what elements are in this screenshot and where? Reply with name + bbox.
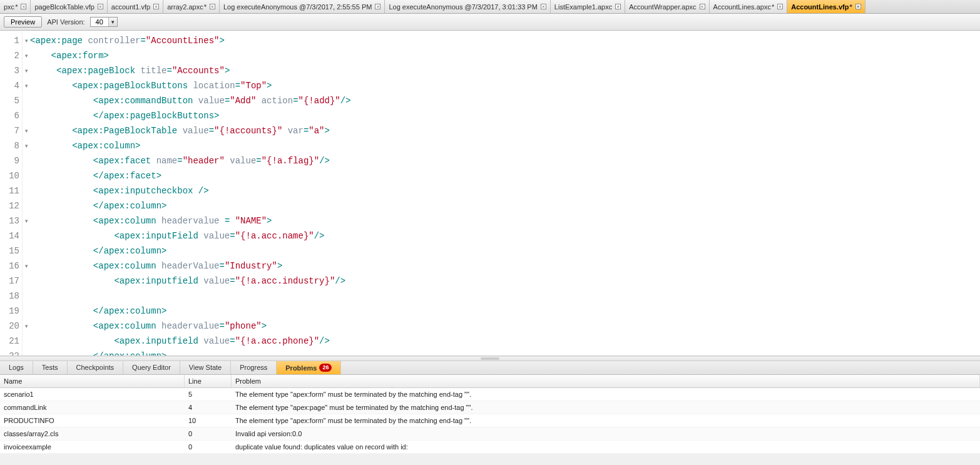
fold-marker[interactable]: ▾	[23, 138, 30, 153]
code-line[interactable]: <apex:column headervalue="phone">	[30, 319, 980, 334]
file-tab-label: pxc	[4, 3, 14, 11]
tab-query-editor[interactable]: Query Editor	[123, 361, 180, 374]
code-line[interactable]: </apex:facet>	[30, 168, 980, 183]
code-line[interactable]: <apex:column headerValue="Industry">	[30, 258, 980, 273]
tab-problems[interactable]: Problems 26	[277, 361, 341, 374]
fold-marker[interactable]: ▾	[23, 213, 30, 228]
fold-marker[interactable]: ▾	[23, 123, 30, 138]
line-number: 18	[0, 289, 22, 304]
fold-marker	[23, 183, 30, 198]
close-icon[interactable]: ×	[615, 4, 621, 9]
file-tab[interactable]: Log executeAnonymous @7/3/2017, 2:55:55 …	[220, 0, 385, 13]
file-tab[interactable]: pxc *×	[0, 0, 31, 13]
tab-tests[interactable]: Tests	[33, 361, 68, 374]
cell-name: invoiceexample	[0, 441, 185, 453]
tab-checkpoints[interactable]: Checkpoints	[68, 361, 124, 374]
code-line[interactable]: <apex:pageBlockButtons location="Top">	[30, 78, 980, 93]
fold-marker[interactable]: ▾	[23, 319, 30, 334]
fold-marker	[23, 198, 30, 213]
problems-row[interactable]: invoiceexample0duplicate value found: du…	[0, 441, 980, 454]
file-tab[interactable]: AccountWrapper.apxc×	[625, 0, 709, 13]
fold-marker	[23, 304, 30, 319]
problems-row[interactable]: classes/array2.cls0Invalid api version:0…	[0, 427, 980, 441]
problems-count-badge: 26	[319, 364, 332, 372]
fold-gutter: ▾▾▾▾▾▾▾▾▾	[23, 31, 30, 355]
api-version-input[interactable]	[91, 18, 108, 26]
close-icon[interactable]: ×	[855, 4, 861, 9]
code-line[interactable]: <apex:PageBlockTable value="{!accounts}"…	[30, 123, 980, 138]
file-tab[interactable]: array2.apxc *×	[163, 0, 220, 13]
problems-grid-body: scenario15The element type "apex:form" m…	[0, 388, 980, 454]
code-line[interactable]: </apex:pageBlockButtons>	[30, 108, 980, 123]
file-tab-label: AccountLines.vfp	[791, 3, 849, 11]
file-tab[interactable]: pageBlcokTable.vfp×	[31, 0, 107, 13]
code-line[interactable]: <apex:pageBlock title="Accounts">	[30, 63, 980, 78]
close-icon[interactable]: ×	[21, 4, 26, 9]
close-icon[interactable]: ×	[777, 4, 783, 9]
file-tab[interactable]: AccountLines.vfp *×	[787, 0, 865, 13]
modified-indicator: *	[850, 3, 852, 11]
line-number: 17	[0, 273, 22, 289]
line-number: 3	[0, 63, 22, 78]
line-number: 9	[0, 153, 22, 168]
code-line[interactable]: <apex:inputfield value="{!a.acc.industry…	[30, 273, 980, 289]
code-area[interactable]: <apex:page controller="AccountLines"> <a…	[30, 31, 980, 355]
close-icon[interactable]: ×	[375, 4, 380, 9]
file-tab-label: Log executeAnonymous @7/3/2017, 3:01:33 …	[389, 3, 537, 11]
code-line[interactable]: <apex:page controller="AccountLines">	[30, 33, 980, 48]
col-header-line[interactable]: Line	[185, 375, 232, 387]
code-line[interactable]: <apex.inputfield value="{!a.acc.phone}"/…	[30, 334, 980, 349]
line-number: 7	[0, 123, 22, 138]
problems-grid-header: Name Line Problem	[0, 375, 980, 388]
bottom-tab-bar: Logs Tests Checkpoints Query Editor View…	[0, 361, 980, 375]
preview-button[interactable]: Preview	[4, 16, 42, 28]
file-tab[interactable]: Log executeAnonymous @7/3/2017, 3:01:33 …	[385, 0, 550, 13]
cell-line: 5	[185, 388, 232, 401]
problems-row[interactable]: scenario15The element type "apex:form" m…	[0, 388, 980, 401]
close-icon[interactable]: ×	[98, 4, 103, 9]
close-icon[interactable]: ×	[700, 4, 705, 9]
close-icon[interactable]: ×	[210, 4, 215, 9]
col-header-name[interactable]: Name	[0, 375, 185, 387]
tab-progress[interactable]: Progress	[231, 361, 277, 374]
close-icon[interactable]: ×	[541, 4, 546, 9]
fold-marker[interactable]: ▾	[23, 48, 30, 63]
file-tab[interactable]: account1.vfp×	[108, 0, 163, 13]
close-icon[interactable]: ×	[153, 4, 159, 9]
tab-view-state[interactable]: View State	[180, 361, 231, 374]
code-line[interactable]: </apex:column>	[30, 198, 980, 213]
file-tab-label: account1.vfp	[111, 3, 150, 11]
fold-marker[interactable]: ▾	[23, 78, 30, 93]
code-line[interactable]: <apex:inputcheckbox />	[30, 183, 980, 198]
line-number: 4	[0, 78, 22, 93]
file-tab[interactable]: ListExample1.apxc×	[551, 0, 625, 13]
chevron-down-icon[interactable]: ▼	[108, 18, 117, 26]
problems-row[interactable]: commandLink4The element type "apex:page"…	[0, 401, 980, 414]
file-tab-label: pageBlcokTable.vfp	[34, 3, 94, 11]
line-number: 11	[0, 183, 22, 198]
cell-name: commandLink	[0, 401, 185, 414]
line-number: 14	[0, 228, 22, 243]
fold-marker	[23, 334, 30, 349]
cell-problem: The element type "apex:page" must be ter…	[232, 401, 980, 414]
code-line[interactable]: </apex:column>	[30, 304, 980, 319]
code-line[interactable]: </apex:column>	[30, 243, 980, 258]
code-line[interactable]: <apex:column>	[30, 138, 980, 153]
tab-logs[interactable]: Logs	[0, 361, 33, 374]
code-line[interactable]: <apex:facet name="header" value="{!a.fla…	[30, 153, 980, 168]
code-line[interactable]: <apex:column headervalue = "NAME">	[30, 213, 980, 228]
fold-marker[interactable]: ▾	[23, 63, 30, 78]
line-number: 13	[0, 213, 22, 228]
fold-marker[interactable]: ▾	[23, 258, 30, 273]
fold-marker[interactable]: ▾	[23, 33, 30, 48]
code-line[interactable]: </apex:column>	[30, 349, 980, 355]
api-version-select[interactable]: ▼	[90, 17, 118, 27]
pane-splitter[interactable]	[0, 356, 980, 361]
code-line[interactable]	[30, 289, 980, 304]
col-header-problem[interactable]: Problem	[232, 375, 980, 387]
file-tab[interactable]: AccountLines.apxc *×	[710, 0, 788, 13]
code-line[interactable]: <apex:inputField value="{!a.acc.name}"/>	[30, 228, 980, 243]
code-line[interactable]: <apex:commandButton value="Add" action="…	[30, 93, 980, 108]
code-line[interactable]: <apex:form>	[30, 48, 980, 63]
problems-row[interactable]: PRODUCTINFO10The element type "apex:form…	[0, 414, 980, 427]
